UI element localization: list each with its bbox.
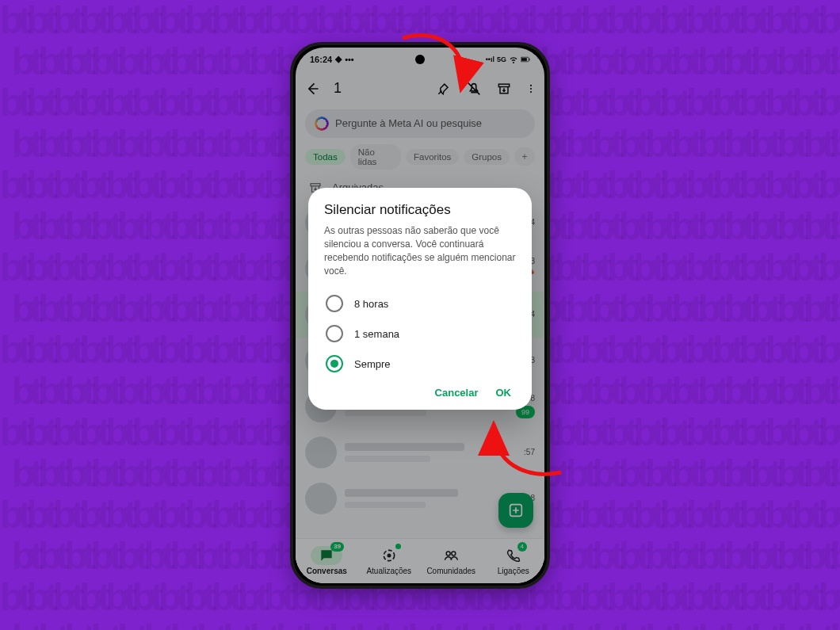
- phone-side-button: [548, 180, 550, 223]
- phone-side-button: [548, 235, 550, 307]
- radio-icon: [326, 325, 343, 342]
- dialog-body: As outras pessoas não saberão que você s…: [324, 224, 516, 277]
- dialog-title: Silenciar notificações: [324, 202, 516, 218]
- radio-1-week[interactable]: 1 semana: [324, 319, 516, 349]
- mute-dialog: Silenciar notificações As outras pessoas…: [308, 188, 532, 410]
- phone-frame: 16:24 ◆ ••• ••ıl 5G 1: [290, 42, 550, 589]
- dialog-ok-button[interactable]: OK: [496, 387, 512, 399]
- phone-screen: 16:24 ◆ ••• ••ıl 5G 1: [296, 48, 544, 583]
- radio-icon: [326, 295, 343, 312]
- tutorial-arrow-bottom: [482, 418, 577, 493]
- tutorial-arrow-top: [395, 30, 490, 120]
- radio-8-hours[interactable]: 8 horas: [324, 288, 516, 319]
- radio-always[interactable]: Sempre: [324, 349, 516, 379]
- dialog-cancel-button[interactable]: Cancelar: [435, 387, 479, 399]
- radio-icon: [326, 355, 343, 372]
